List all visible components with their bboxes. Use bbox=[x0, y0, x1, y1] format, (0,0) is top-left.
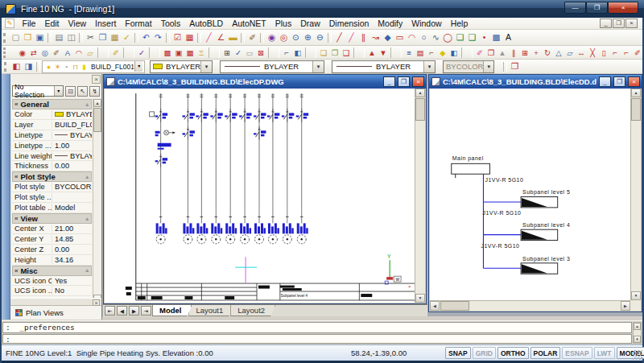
scroll-down-icon[interactable]: ▼ bbox=[631, 291, 641, 300]
layer-dropdown-caret[interactable]: ▾ bbox=[134, 61, 142, 72]
menu-item[interactable]: Edit bbox=[40, 18, 64, 29]
elecdd-title-bar[interactable]: C:\4M\CALC\8_3_BUILDING.BLD\ElecDD.dwg _… bbox=[429, 75, 642, 89]
edit-table-icon[interactable]: ▦ bbox=[184, 31, 196, 43]
palette-scrollbar[interactable]: ▲ ▼ bbox=[93, 99, 101, 303]
elecdp-vscrollbar[interactable]: ▲ ▼ bbox=[415, 89, 425, 303]
linetype-dropdown-caret[interactable]: ▾ bbox=[312, 61, 324, 72]
property-value[interactable]: BUILD_FL001_US bbox=[52, 121, 92, 129]
zoom-realtime-icon[interactable]: ◉ bbox=[266, 31, 278, 43]
scroll-up-icon[interactable]: ▲ bbox=[93, 99, 101, 107]
lineweight-dropdown-caret[interactable]: ▾ bbox=[423, 61, 435, 72]
array-icon[interactable]: ⊞ bbox=[519, 47, 530, 58]
text-icon[interactable]: A bbox=[502, 31, 514, 43]
property-value[interactable]: Model bbox=[52, 204, 92, 212]
child-minimize-button[interactable]: _ bbox=[383, 76, 395, 87]
line-icon[interactable]: ╱ bbox=[333, 31, 345, 43]
gradient-icon[interactable]: Ξ bbox=[196, 47, 207, 58]
spline-icon[interactable]: ∿ bbox=[430, 31, 442, 43]
status-toggle[interactable]: GRID bbox=[473, 347, 496, 359]
maximize-button[interactable]: ❐ bbox=[586, 2, 608, 14]
print-icon[interactable]: ▤ bbox=[53, 31, 65, 43]
property-value[interactable]: BYLAYER bbox=[52, 131, 92, 139]
layer-properties-icon[interactable]: ❐ bbox=[509, 60, 521, 72]
move-icon[interactable]: + bbox=[530, 47, 542, 58]
scroll-up-icon[interactable]: ▲ bbox=[634, 323, 641, 330]
status-toggle[interactable]: LWT bbox=[594, 347, 615, 359]
color-dropdown-caret[interactable]: ▾ bbox=[200, 61, 212, 72]
ellipse-icon[interactable]: ◯ bbox=[442, 31, 454, 43]
open-icon[interactable]: ❒ bbox=[22, 31, 34, 43]
rotate-icon[interactable]: ↻ bbox=[542, 47, 553, 58]
fillet-icon[interactable]: ⌐ bbox=[621, 47, 632, 58]
layer-previous-icon[interactable]: ▤ bbox=[415, 47, 426, 58]
scroll-up-icon[interactable]: ▲ bbox=[631, 89, 641, 97]
redo-icon[interactable]: ↷ bbox=[152, 31, 164, 43]
child-close-button[interactable]: × bbox=[412, 76, 424, 87]
vertex-edit-icon[interactable]: ∠ bbox=[215, 31, 227, 43]
layer-dropdown[interactable]: ●☀▪⊓▮ BUILD_FL001_US ▾ bbox=[42, 60, 145, 73]
status-toggle[interactable]: POLAR bbox=[530, 347, 561, 359]
mdi-close-button[interactable]: × bbox=[625, 19, 638, 28]
sheet-icon[interactable]: ▱ bbox=[85, 47, 96, 58]
elecdp-canvas[interactable]: Y W × bbox=[105, 89, 415, 303]
menu-item[interactable]: File bbox=[18, 18, 40, 29]
zoom-out-icon[interactable]: ⊖ bbox=[314, 31, 326, 43]
tab-model[interactable]: Model bbox=[152, 305, 192, 316]
color-dropdown[interactable]: BYLAYER ▾ bbox=[150, 60, 213, 73]
trim-icon[interactable]: ╳ bbox=[587, 47, 598, 58]
property-value[interactable]: Yes bbox=[52, 277, 92, 285]
status-toggle[interactable]: ESNAP bbox=[562, 347, 592, 359]
scroll-thumb[interactable] bbox=[440, 301, 469, 311]
level-down-icon[interactable]: ▼ bbox=[378, 47, 389, 58]
new-view-icon[interactable]: ▭ bbox=[244, 47, 255, 58]
zoom-previous-icon[interactable]: ⊙ bbox=[290, 31, 302, 43]
tab-next-button[interactable]: ▶ bbox=[129, 306, 139, 316]
tab-first-button[interactable]: ⇤ bbox=[105, 306, 115, 316]
zoom-window-icon[interactable]: ◎ bbox=[278, 31, 290, 43]
menu-item[interactable]: Modify bbox=[374, 18, 407, 29]
section-header-misc[interactable]: « Misc ▴ bbox=[12, 266, 92, 276]
menu-item[interactable]: Window bbox=[407, 18, 446, 29]
zoom-dynamic-icon[interactable]: ◉ bbox=[17, 47, 28, 58]
section-header-general[interactable]: « General ▴ bbox=[12, 99, 92, 109]
zoom-in-icon[interactable]: ⊕ bbox=[302, 31, 314, 43]
sheet-b-icon[interactable]: ❐ bbox=[329, 47, 341, 58]
scroll-left-icon[interactable]: ◀ bbox=[430, 301, 440, 311]
scroll-thumb[interactable] bbox=[93, 108, 101, 132]
view-box-icon[interactable]: ⊠ bbox=[255, 47, 266, 58]
child-restore-button[interactable]: ❐ bbox=[398, 76, 410, 87]
break-icon[interactable]: ▯ bbox=[598, 47, 609, 58]
ucs-dialog-icon[interactable]: ◧ bbox=[292, 47, 303, 58]
mdi-restore-button[interactable]: ❐ bbox=[613, 19, 625, 28]
menu-item[interactable]: View bbox=[64, 18, 91, 29]
layer-on-icon[interactable]: ● bbox=[44, 61, 53, 72]
property-value[interactable]: 0.00 bbox=[52, 162, 92, 170]
new-icon[interactable]: ▢ bbox=[10, 31, 22, 43]
tab-layout1[interactable]: Layout1 bbox=[188, 305, 233, 316]
cut-icon[interactable]: ✂ bbox=[85, 31, 97, 43]
property-value[interactable]: 21.00 bbox=[52, 225, 92, 233]
arc-edit-icon[interactable]: ◠ bbox=[73, 47, 85, 58]
menu-item[interactable]: Plus bbox=[270, 18, 295, 29]
command-input-line[interactable]: : bbox=[2, 334, 632, 344]
sheet-c-icon[interactable]: ❑ bbox=[341, 47, 352, 58]
plan-views-item[interactable]: Plan Views bbox=[10, 306, 101, 320]
hatch-pattern-2-icon[interactable]: ▣ bbox=[173, 47, 184, 58]
layer-tools-icon[interactable]: ⌐ bbox=[426, 47, 437, 58]
mirror-icon[interactable]: ▲ bbox=[497, 47, 508, 58]
status-toggle[interactable]: ORTHO bbox=[497, 347, 529, 359]
child-minimize-button[interactable]: _ bbox=[599, 76, 611, 87]
pencil-icon[interactable]: ✐ bbox=[110, 47, 122, 58]
tree-close-icon[interactable]: × bbox=[93, 299, 100, 306]
polygon-icon[interactable]: ◆ bbox=[382, 31, 394, 43]
scroll-down-icon[interactable]: ▼ bbox=[634, 336, 641, 343]
sheet-a-icon[interactable]: ❏ bbox=[318, 47, 329, 58]
selection-caret[interactable]: ▾ bbox=[54, 86, 63, 96]
hatch-icon[interactable]: ▩ bbox=[490, 31, 502, 43]
copy-object-icon[interactable]: ❐ bbox=[485, 47, 497, 58]
make-block-icon[interactable]: ❑ bbox=[466, 31, 478, 43]
quick-select-button[interactable]: ↯ bbox=[89, 86, 100, 97]
status-toggle[interactable]: SNAP bbox=[445, 347, 471, 359]
hatch-pattern-3-icon[interactable]: ▦ bbox=[184, 47, 196, 58]
ucs-icon[interactable]: ⌐ bbox=[281, 47, 292, 58]
